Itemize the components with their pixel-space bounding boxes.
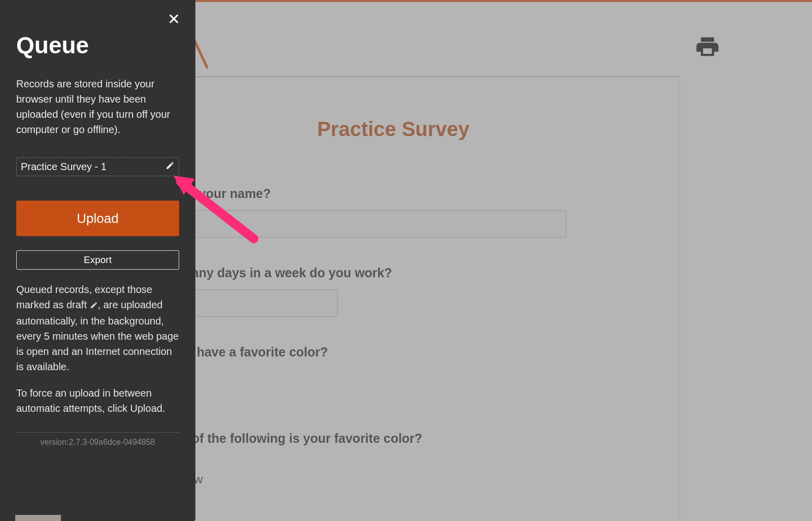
- upload-button[interactable]: Upload: [16, 201, 179, 236]
- queue-item-label: Practice Survey - 1: [21, 161, 107, 173]
- queue-sidebar: ✕ Queue Records are stored inside your b…: [0, 0, 195, 521]
- pencil-icon[interactable]: [165, 161, 175, 173]
- bottom-strip: [15, 515, 61, 521]
- sidebar-title: Queue: [16, 31, 179, 59]
- version-text: version:2.7.3-09a6dce-0494858: [16, 438, 179, 447]
- info-force-upload: To force an upload in between automatic …: [16, 385, 179, 416]
- export-button[interactable]: Export: [16, 250, 179, 270]
- sidebar-description: Records are stored inside your browser u…: [16, 76, 179, 137]
- pencil-icon: [90, 298, 98, 313]
- queue-item[interactable]: Practice Survey - 1: [16, 157, 179, 176]
- info-queued: Queued records, except those marked as d…: [16, 282, 179, 374]
- close-icon[interactable]: ✕: [167, 10, 180, 28]
